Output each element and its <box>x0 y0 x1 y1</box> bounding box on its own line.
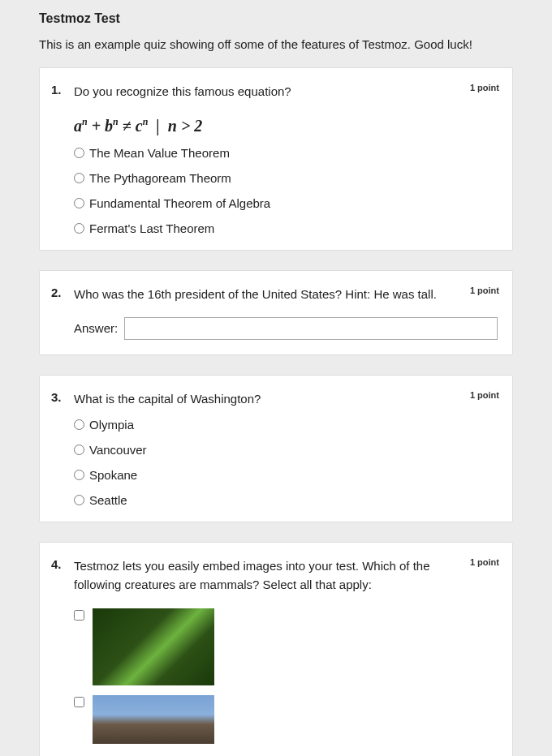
option-label: Seattle <box>89 493 127 507</box>
question-number: 1. <box>48 83 74 97</box>
option-label: Spokane <box>89 468 137 482</box>
radio-input[interactable] <box>74 198 84 208</box>
option-label: Fundamental Theorem of Algebra <box>89 196 270 210</box>
points-badge: 1 point <box>470 83 499 92</box>
question-card-3: 1 point 3. What is the capital of Washin… <box>39 375 513 523</box>
radio-input[interactable] <box>74 470 84 480</box>
option-label: Vancouver <box>89 443 147 457</box>
question-text: Testmoz lets you easily embed images int… <box>74 557 498 594</box>
radio-input[interactable] <box>74 223 84 234</box>
question-number: 3. <box>48 390 74 404</box>
option-row[interactable]: Olympia <box>74 418 498 432</box>
option-row[interactable]: Vancouver <box>74 443 498 457</box>
checkbox-input[interactable] <box>74 610 84 621</box>
radio-input[interactable] <box>74 445 84 455</box>
checkbox-input[interactable] <box>74 697 84 707</box>
option-image-lizard <box>93 608 214 685</box>
radio-input[interactable] <box>74 148 84 158</box>
option-image-bat <box>93 695 214 744</box>
option-row[interactable]: The Mean Value Theorem <box>74 146 498 160</box>
option-label: Olympia <box>89 418 134 432</box>
points-badge: 1 point <box>470 390 499 400</box>
question-number: 2. <box>48 286 74 299</box>
question-number: 4. <box>48 557 74 571</box>
answer-label: Answer: <box>74 321 118 335</box>
option-image-row[interactable] <box>74 695 498 744</box>
question-text: Do you recognize this famous equation? <box>74 83 498 101</box>
question-card-4: 1 point 4. Testmoz lets you easily embed… <box>39 542 513 756</box>
radio-input[interactable] <box>74 495 84 505</box>
option-row[interactable]: The Pythagoream Theorm <box>74 171 498 185</box>
question-text: Who was the 16th president of the United… <box>74 286 498 304</box>
option-row[interactable]: Fermat's Last Theorem <box>74 221 498 235</box>
points-badge: 1 point <box>470 286 499 295</box>
option-row[interactable]: Spokane <box>74 468 498 482</box>
radio-input[interactable] <box>74 173 84 183</box>
option-row[interactable]: Seattle <box>74 493 498 507</box>
page-subtitle: This is an example quiz showing off some… <box>39 37 513 51</box>
option-label: The Pythagoream Theorm <box>89 171 231 185</box>
radio-input[interactable] <box>74 419 84 430</box>
question-text: What is the capital of Washington? <box>74 390 498 409</box>
page-title: Testmoz Test <box>39 11 513 26</box>
equation-display: an + bn ≠ cn | n > 2 <box>74 116 498 135</box>
option-image-row[interactable] <box>74 608 498 685</box>
answer-input[interactable] <box>124 317 498 340</box>
option-label: The Mean Value Theorem <box>89 146 230 160</box>
question-card-2: 1 point 2. Who was the 16th president of… <box>39 270 513 355</box>
points-badge: 1 point <box>470 557 499 567</box>
option-row[interactable]: Fundamental Theorem of Algebra <box>74 196 498 210</box>
option-label: Fermat's Last Theorem <box>89 221 214 235</box>
question-card-1: 1 point 1. Do you recognize this famous … <box>39 67 513 251</box>
